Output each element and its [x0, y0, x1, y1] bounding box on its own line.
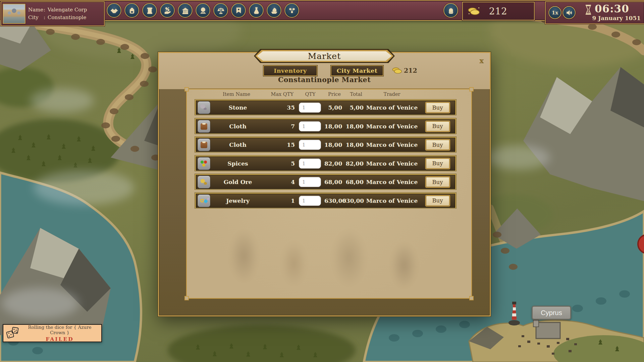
table-header: Item Name Max QTY QTY Price Total Trader — [195, 92, 456, 97]
dialog-coin-balance: 212 — [392, 66, 417, 74]
item-icon — [198, 176, 210, 188]
item-icon — [198, 138, 210, 151]
col-price: Price — [323, 92, 341, 97]
buy-button[interactable]: Buy — [426, 196, 449, 206]
market-subtitle: Constantinople Market — [159, 76, 490, 84]
table-row: Gold Ore 4 68,00 68,00 Marco of Venice B… — [195, 174, 456, 189]
buy-button[interactable]: Buy — [426, 159, 449, 169]
item-max-qty: 1 — [264, 197, 295, 204]
game-date: 9 January 1051 — [592, 15, 641, 21]
item-name: Stone — [212, 104, 264, 111]
guild-banner-icon[interactable] — [231, 3, 246, 18]
item-price: 5,00 — [324, 104, 342, 111]
game-speed-button[interactable]: 1x — [548, 6, 561, 19]
tab-inventory[interactable]: Inventory — [263, 65, 317, 76]
col-total: Total — [341, 92, 362, 97]
item-price: 630,00 — [324, 197, 342, 204]
item-name: Gold Ore — [212, 179, 264, 185]
item-total: 68,00 — [342, 179, 364, 185]
market-dialog: Market x Inventory City Market 212 Const… — [158, 52, 491, 316]
tax-percent-icon[interactable] — [160, 3, 175, 18]
item-max-qty: 5 — [264, 160, 295, 167]
notification-text: Rolling the dice for { Azure Crown } FAI… — [20, 324, 101, 342]
item-total: 630,00 — [342, 197, 364, 204]
market-rows: Stone 35 5,00 5,00 Marco of Venice Buy — [195, 100, 456, 211]
dice-roll-notification: Rolling the dice for { Azure Crown } FAI… — [3, 324, 102, 342]
hud-toolbar — [107, 3, 299, 18]
item-trader: Marco of Venice — [364, 160, 420, 167]
item-name: Spices — [212, 160, 264, 167]
col-trader: Trader — [362, 92, 422, 97]
item-icon — [198, 157, 210, 170]
item-icon — [198, 120, 210, 133]
handshake-icon[interactable] — [107, 3, 121, 18]
player-city-line: City:Constantinople — [28, 14, 87, 21]
clock-time: 06:30 — [595, 3, 629, 15]
map-city-label-cyprus[interactable]: Cyprus — [532, 306, 571, 320]
table-row: Stone 35 5,00 5,00 Marco of Venice Buy — [195, 100, 456, 115]
table-row: Spices 5 82,00 82,00 Marco of Venice Buy — [195, 156, 456, 171]
ship-icon[interactable] — [267, 3, 281, 18]
table-row: Cloth 15 18,00 18,00 Marco of Venice Buy — [195, 137, 456, 152]
item-trader: Marco of Venice — [364, 179, 420, 185]
notification-status: FAILED — [20, 336, 99, 342]
bank-icon[interactable] — [178, 3, 193, 18]
item-price: 68,00 — [324, 179, 342, 185]
qty-input[interactable] — [299, 196, 321, 206]
tab-city-market[interactable]: City Market — [331, 65, 383, 76]
col-max-qty: Max QTY — [263, 92, 293, 97]
market-title: Market — [257, 51, 392, 61]
buy-button[interactable]: Buy — [426, 177, 449, 187]
backpack-icon[interactable] — [124, 3, 139, 18]
item-icon — [198, 101, 210, 114]
close-button[interactable]: x — [479, 57, 484, 64]
item-price: 18,00 — [324, 123, 342, 130]
item-price: 18,00 — [324, 141, 342, 148]
item-total: 18,00 — [342, 141, 364, 148]
buy-button[interactable]: Buy — [426, 140, 449, 150]
item-max-qty: 4 — [264, 179, 295, 185]
research-flask-icon[interactable] — [249, 3, 264, 18]
market-table-panel: Item Name Max QTY QTY Price Total Trader — [186, 89, 472, 299]
item-name: Cloth — [212, 123, 264, 130]
dice-icon — [5, 326, 20, 341]
qty-input[interactable] — [299, 103, 321, 113]
community-icon[interactable] — [284, 3, 299, 18]
item-icon — [198, 194, 210, 207]
item-trader: Marco of Venice — [364, 104, 420, 111]
col-qty: QTY — [293, 92, 323, 97]
sound-icon[interactable] — [562, 6, 576, 19]
city-portrait[interactable] — [3, 4, 25, 24]
market-title-banner: Market — [254, 49, 395, 63]
notification-message: Rolling the dice for { Azure Crown } — [20, 324, 99, 335]
item-max-qty: 7 — [264, 123, 295, 130]
buy-button[interactable]: Buy — [426, 103, 449, 113]
item-price: 82,00 — [324, 160, 342, 167]
player-info-panel: Name:Valengate Corp City:Constantinople — [1, 1, 105, 26]
item-total: 5,00 — [342, 104, 364, 111]
buy-button[interactable]: Buy — [426, 121, 449, 131]
item-trader: Marco of Venice — [364, 123, 420, 130]
time-panel: 1x 06:30 9 January 1051 — [545, 1, 644, 24]
player-name-line: Name:Valengate Corp — [28, 6, 87, 14]
item-total: 18,00 — [342, 123, 364, 130]
qty-input[interactable] — [299, 177, 321, 187]
item-max-qty: 35 — [264, 104, 295, 111]
item-max-qty: 15 — [264, 141, 295, 148]
col-item-name: Item Name — [210, 92, 263, 97]
top-hud-bar: Name:Valengate Corp City:Constantinople — [0, 0, 644, 21]
item-name: Jewelry — [212, 197, 264, 204]
qty-input[interactable] — [299, 140, 321, 150]
scales-icon[interactable] — [213, 3, 228, 18]
character-medal-icon[interactable] — [443, 3, 458, 18]
diplomacy-globe-icon[interactable] — [196, 3, 210, 18]
game-root: Cyprus Name:Valengate Corp City:Constant… — [0, 0, 644, 362]
player-info-text: Name:Valengate Corp City:Constantinople — [28, 6, 87, 21]
item-name: Cloth — [212, 141, 264, 148]
table-row: Jewelry 1 630,00 630,00 Marco of Venice … — [195, 193, 456, 208]
qty-input[interactable] — [299, 121, 321, 131]
item-total: 82,00 — [342, 160, 364, 167]
qty-input[interactable] — [299, 159, 321, 169]
hourglass-icon — [585, 5, 592, 15]
scroll-icon[interactable] — [142, 3, 157, 18]
